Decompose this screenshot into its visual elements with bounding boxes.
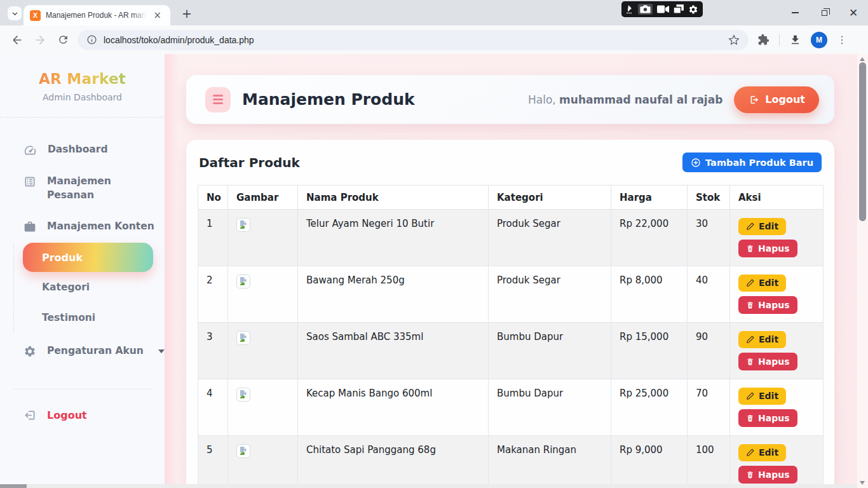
cell-no: 1	[198, 210, 228, 266]
cell-kategori: Produk Segar	[489, 210, 611, 266]
sidebar-item-manajemen-konten[interactable]: Manajemen Konten	[0, 211, 165, 243]
cell-harga: Rp 8,000	[611, 266, 688, 323]
restore-button[interactable]	[810, 0, 839, 25]
caret-down-icon	[158, 349, 165, 353]
sidebar-submenu: Produk Kategori Testimoni	[13, 243, 153, 333]
col-header-kategori: Kategori	[489, 186, 611, 210]
sidebar-item-pengaturan-akun[interactable]: Pengaturan Akun	[0, 336, 165, 367]
product-table: No Gambar Nama Produk Kategori Harga Sto…	[198, 185, 824, 488]
logout-label: Logout	[765, 93, 805, 105]
browser-menu-icon[interactable]: ⋮	[837, 34, 847, 46]
info-icon[interactable]	[86, 34, 97, 45]
sidebar-item-label: Dashboard	[48, 143, 108, 157]
xampp-favicon: X	[30, 10, 41, 21]
extensions-icon[interactable]	[757, 34, 770, 46]
edit-button[interactable]: Edit	[738, 388, 786, 405]
logout-button[interactable]: Logout	[734, 86, 819, 113]
scroll-down-arrow-icon[interactable]	[860, 481, 865, 485]
download-icon[interactable]	[789, 34, 801, 46]
minimize-button[interactable]	[780, 0, 810, 25]
browser-tab[interactable]: X Manajemen Produk - AR marke ×	[24, 5, 170, 25]
logout-icon	[748, 94, 759, 105]
cell-stok: 30	[688, 210, 730, 266]
cell-nama-produk: Bawang Merah 250g	[298, 266, 489, 323]
windows-icon[interactable]	[674, 4, 684, 14]
user-name: muhammad naufal al rajab	[559, 93, 722, 106]
tab-search-button[interactable]	[8, 6, 22, 20]
table-row: 3 Saos Sambal ABC 335ml Bumbu Dapur Rp 1…	[198, 323, 824, 379]
cell-harga: Rp 15,000	[611, 323, 688, 379]
edit-button[interactable]: Edit	[738, 444, 786, 461]
cell-nama-produk: Chitato Sapi Panggang 68g	[298, 436, 489, 488]
vertical-scrollbar[interactable]	[857, 54, 868, 488]
video-icon[interactable]	[657, 5, 669, 13]
address-bar[interactable]: localhost/toko/admin/produk_data.php	[78, 30, 749, 50]
add-product-button[interactable]: Tambah Produk Baru	[682, 152, 822, 172]
sidebar-subitem-testimoni[interactable]: Testimoni	[14, 302, 153, 333]
sidebar-item-dashboard[interactable]: Dashboard	[0, 134, 165, 166]
delete-button[interactable]: Hapus	[738, 240, 797, 257]
sidebar-subitem-kategori[interactable]: Kategori	[14, 272, 153, 302]
cell-no: 4	[198, 379, 228, 436]
url-text[interactable]: localhost/toko/admin/produk_data.php	[104, 35, 254, 45]
sidebar-item-label: Pengaturan Akun	[47, 344, 144, 358]
vertical-scrollbar-thumb[interactable]	[859, 62, 866, 221]
delete-button[interactable]: Hapus	[738, 296, 797, 314]
product-table-body: 1 Telur Ayam Negeri 10 Butir Produk Sega…	[198, 210, 824, 488]
gear-icon[interactable]	[688, 4, 698, 15]
new-tab-button[interactable]: +	[179, 6, 194, 21]
cell-kategori: Makanan Ringan	[489, 436, 611, 488]
camera-icon[interactable]	[638, 4, 653, 15]
delete-button[interactable]: Hapus	[738, 409, 797, 427]
cell-gambar	[228, 266, 298, 323]
chevron-down-icon	[11, 10, 18, 17]
browser-toolbar: localhost/toko/admin/produk_data.php M ⋮	[0, 25, 868, 54]
toolbar-divider	[779, 34, 780, 46]
gear-icon	[24, 345, 36, 358]
trash-icon	[746, 470, 754, 479]
cell-aksi: Edit Hapus	[730, 266, 824, 323]
bookmark-star-icon[interactable]	[728, 34, 740, 46]
trash-icon	[746, 301, 754, 309]
sidebar-logout-label: Logout	[47, 409, 87, 421]
delete-button[interactable]: Hapus	[738, 466, 797, 484]
profile-avatar[interactable]: M	[811, 32, 827, 48]
edit-button[interactable]: Edit	[738, 331, 786, 348]
product-list-card: Daftar Produk Tambah Produk Baru No Gamb…	[186, 140, 834, 488]
sidebar-subitem-label: Produk	[42, 252, 83, 264]
pen-icon[interactable]	[626, 4, 634, 15]
table-row: 5 Chitato Sapi Panggang 68g Makanan Ring…	[198, 436, 824, 488]
cell-gambar	[228, 210, 298, 266]
capture-toolbar	[621, 1, 703, 17]
back-button[interactable]	[8, 30, 27, 50]
sidebar-logout[interactable]: Logout	[0, 409, 165, 422]
scroll-up-arrow-icon[interactable]	[860, 57, 865, 61]
back-icon	[11, 34, 24, 46]
col-header-aksi: Aksi	[730, 186, 824, 210]
forward-button[interactable]	[31, 30, 50, 50]
cell-aksi: Edit Hapus	[730, 210, 824, 266]
broken-image-icon	[236, 331, 250, 345]
sidebar-subitem-produk[interactable]: Produk	[23, 243, 153, 272]
tab-close-icon[interactable]: ×	[151, 10, 164, 22]
delete-button[interactable]: Hapus	[738, 353, 797, 370]
reload-button[interactable]	[53, 30, 72, 50]
cell-stok: 70	[688, 379, 730, 436]
horizontal-scrollbar[interactable]	[0, 484, 857, 488]
window-controls: ✕	[780, 0, 868, 25]
sidebar-item-manajemen-pesanan[interactable]: Manajemen Pesanan	[0, 166, 165, 211]
tab-strip: X Manajemen Produk - AR marke × +	[0, 0, 868, 25]
sidebar-item-label: Manajemen Pesanan	[47, 175, 117, 202]
cell-nama-produk: Saos Sambal ABC 335ml	[298, 323, 489, 379]
edit-button[interactable]: Edit	[738, 274, 786, 292]
hamburger-button[interactable]	[205, 87, 231, 112]
edit-button[interactable]: Edit	[738, 218, 786, 235]
table-row: 4 Kecap Manis Bango 600ml Bumbu Dapur Rp…	[198, 379, 824, 436]
sidebar-item-label: Manajemen Konten	[47, 220, 154, 234]
toolbar-right: M ⋮	[757, 32, 847, 48]
page-title: Manajemen Produk	[242, 90, 415, 109]
horizontal-scrollbar-thumb[interactable]	[0, 484, 27, 488]
close-button[interactable]: ✕	[839, 0, 868, 25]
app-logo: AR Market	[0, 71, 165, 87]
cell-no: 5	[198, 436, 228, 488]
